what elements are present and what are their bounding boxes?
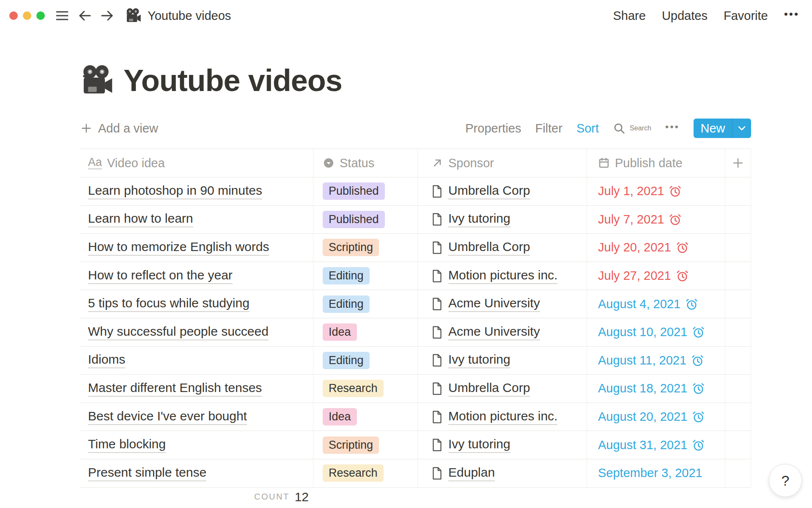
table-row[interactable]: How to memorize English words Scripting … — [80, 234, 751, 262]
sponsor-link[interactable]: Ivy tutoring — [448, 437, 510, 453]
page-link[interactable]: How to reflect on the year — [88, 268, 233, 284]
publish-date-cell[interactable]: August 31, 2021 — [587, 431, 725, 459]
sponsor-link[interactable]: Motion pictures inc. — [448, 268, 557, 284]
status-cell[interactable]: Research — [313, 375, 417, 403]
status-cell[interactable]: Idea — [313, 318, 417, 346]
minimize-window-button[interactable] — [23, 11, 31, 20]
view-more-options-icon[interactable]: ••• — [665, 121, 680, 135]
status-cell[interactable]: Idea — [313, 403, 417, 431]
sponsor-cell[interactable]: Motion pictures inc. — [417, 403, 587, 431]
video-idea-cell[interactable]: Best device I've ever bought — [80, 403, 313, 431]
sponsor-cell[interactable]: Ivy tutoring — [417, 206, 587, 234]
properties-button[interactable]: Properties — [465, 121, 521, 135]
table-row[interactable]: Learn photoshop in 90 minutes Published … — [80, 177, 751, 206]
page-link[interactable]: Time blocking — [88, 437, 166, 453]
sponsor-cell[interactable]: Umbrella Corp — [417, 234, 587, 262]
video-idea-cell[interactable]: Learn photoshop in 90 minutes — [80, 177, 313, 205]
help-button[interactable]: ? — [769, 464, 802, 497]
status-cell[interactable]: Scripting — [313, 234, 417, 262]
publish-date-cell[interactable]: September 3, 2021 — [587, 459, 725, 487]
sponsor-cell[interactable]: Ivy tutoring — [417, 347, 587, 375]
column-header-sponsor[interactable]: Sponsor — [417, 149, 587, 177]
sponsor-link[interactable]: Ivy tutoring — [448, 211, 510, 227]
page-link[interactable]: How to memorize English words — [88, 240, 269, 256]
table-row[interactable]: How to reflect on the year Editing Motio… — [80, 262, 751, 290]
status-tag[interactable]: Research — [323, 464, 384, 482]
status-tag[interactable]: Editing — [323, 352, 370, 369]
publish-date-cell[interactable]: August 20, 2021 — [587, 403, 725, 431]
status-cell[interactable]: Published — [313, 206, 417, 234]
updates-button[interactable]: Updates — [662, 9, 708, 23]
video-idea-cell[interactable]: Why successful people succeed — [80, 318, 313, 346]
table-row[interactable]: Best device I've ever bought Idea Motion… — [80, 403, 751, 431]
status-tag[interactable]: Research — [323, 380, 384, 397]
search-button[interactable]: Search — [613, 122, 651, 135]
column-header-status[interactable]: Status — [313, 149, 417, 177]
column-header-video-idea[interactable]: Aa Video idea — [80, 149, 313, 177]
close-window-button[interactable] — [9, 11, 18, 20]
filter-button[interactable]: Filter — [535, 121, 562, 135]
page-link[interactable]: Why successful people succeed — [88, 324, 269, 340]
count-aggregate[interactable]: COUNT 12 — [80, 488, 313, 506]
sponsor-link[interactable]: Eduplan — [448, 465, 495, 481]
status-tag[interactable]: Published — [323, 182, 385, 200]
share-button[interactable]: Share — [613, 9, 646, 23]
status-tag[interactable]: Idea — [323, 323, 357, 341]
page-link[interactable]: Present simple tense — [88, 465, 206, 481]
table-row[interactable]: Idioms Editing Ivy tutoring August 11, 2… — [80, 347, 751, 375]
favorite-button[interactable]: Favorite — [724, 9, 768, 23]
sponsor-link[interactable]: Umbrella Corp — [448, 381, 530, 397]
sponsor-link[interactable]: Ivy tutoring — [448, 352, 510, 368]
video-idea-cell[interactable]: Idioms — [80, 347, 313, 375]
publish-date-cell[interactable]: August 18, 2021 — [587, 375, 725, 403]
page-link[interactable]: Idioms — [88, 352, 125, 368]
sponsor-link[interactable]: Umbrella Corp — [448, 183, 530, 199]
publish-date-cell[interactable]: July 7, 2021 — [587, 206, 725, 234]
table-row[interactable]: Learn how to learn Published Ivy tutorin… — [80, 206, 751, 234]
sponsor-cell[interactable]: Acme University — [417, 290, 587, 318]
sponsor-cell[interactable]: Ivy tutoring — [417, 431, 587, 459]
status-cell[interactable]: Research — [313, 459, 417, 487]
sponsor-cell[interactable]: Acme University — [417, 318, 587, 346]
status-cell[interactable]: Editing — [313, 347, 417, 375]
back-arrow-icon[interactable] — [79, 10, 91, 22]
forward-arrow-icon[interactable] — [101, 10, 113, 22]
page-link[interactable]: 5 tips to focus while studying — [88, 296, 250, 312]
status-cell[interactable]: Editing — [313, 262, 417, 290]
video-idea-cell[interactable]: Present simple tense — [80, 459, 313, 487]
sponsor-link[interactable]: Acme University — [448, 296, 540, 312]
status-cell[interactable]: Scripting — [313, 431, 417, 459]
video-idea-cell[interactable]: 5 tips to focus while studying — [80, 290, 313, 318]
video-idea-cell[interactable]: How to reflect on the year — [80, 262, 313, 290]
status-cell[interactable]: Editing — [313, 290, 417, 318]
sponsor-link[interactable]: Acme University — [448, 324, 540, 340]
video-idea-cell[interactable]: Learn how to learn — [80, 206, 313, 234]
page-link[interactable]: Best device I've ever bought — [88, 409, 247, 425]
status-tag[interactable]: Scripting — [323, 239, 379, 256]
page-link[interactable]: Learn photoshop in 90 minutes — [88, 183, 262, 199]
sponsor-link[interactable]: Motion pictures inc. — [448, 409, 557, 425]
video-idea-cell[interactable]: How to memorize English words — [80, 234, 313, 262]
status-tag[interactable]: Editing — [323, 267, 370, 284]
new-dropdown-button[interactable] — [732, 119, 751, 138]
video-idea-cell[interactable]: Time blocking — [80, 431, 313, 459]
sidebar-menu-icon[interactable] — [56, 10, 69, 21]
status-tag[interactable]: Editing — [323, 295, 370, 313]
table-row[interactable]: Present simple tense Research Eduplan Se… — [80, 459, 751, 488]
status-tag[interactable]: Published — [323, 211, 385, 228]
more-options-icon[interactable]: ••• — [784, 8, 799, 24]
publish-date-cell[interactable]: August 4, 2021 — [587, 290, 725, 318]
sponsor-link[interactable]: Umbrella Corp — [448, 240, 530, 256]
table-row[interactable]: Why successful people succeed Idea Acme … — [80, 318, 751, 347]
publish-date-cell[interactable]: July 1, 2021 — [587, 177, 725, 205]
page-link[interactable]: Master different English tenses — [88, 381, 262, 397]
sponsor-cell[interactable]: Umbrella Corp — [417, 375, 587, 403]
video-idea-cell[interactable]: Master different English tenses — [80, 375, 313, 403]
add-view-button[interactable]: Add a view — [80, 121, 158, 135]
sort-button[interactable]: Sort — [576, 121, 599, 135]
status-tag[interactable]: Scripting — [323, 436, 379, 454]
publish-date-cell[interactable]: August 11, 2021 — [587, 347, 725, 375]
publish-date-cell[interactable]: July 27, 2021 — [587, 262, 725, 290]
new-button[interactable]: New — [694, 119, 751, 138]
publish-date-cell[interactable]: July 20, 2021 — [587, 234, 725, 262]
